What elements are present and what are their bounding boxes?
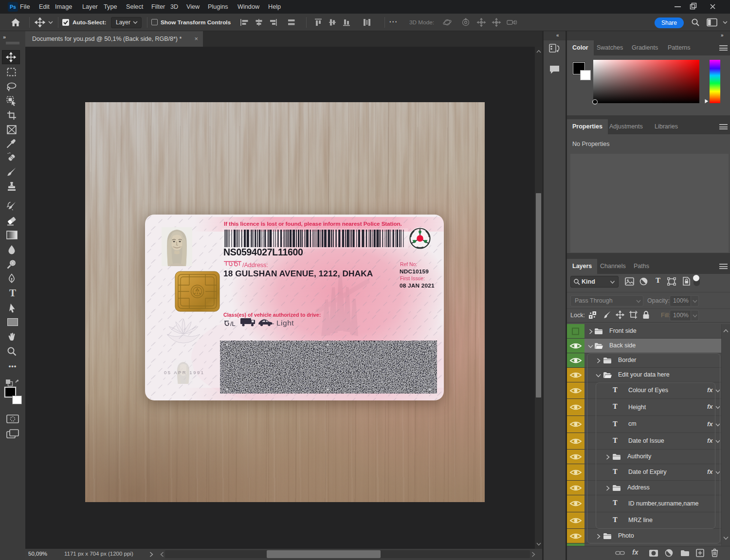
svg-text:If this licence is lost or fou: If this licence is lost or found, please… bbox=[224, 220, 402, 227]
svg-text:Ref No:: Ref No: bbox=[400, 262, 417, 267]
svg-text:/Address:: /Address: bbox=[242, 262, 268, 269]
svg-text:08 JAN 2021: 08 JAN 2021 bbox=[400, 282, 435, 289]
svg-text:First Issue:: First Issue: bbox=[400, 276, 425, 281]
svg-text:Class(es) of vehicle authorize: Class(es) of vehicle authorized to drive… bbox=[223, 312, 321, 318]
svg-text:18 GULSHAN AVENUE, 1212, DHAKA: 18 GULSHAN AVENUE, 1212, DHAKA bbox=[223, 269, 373, 278]
svg-text:NS0594027L11600: NS0594027L11600 bbox=[223, 247, 303, 257]
svg-text:NDC10159: NDC10159 bbox=[400, 268, 429, 275]
svg-text:/L: /L bbox=[230, 320, 236, 327]
svg-text:05 APR 1991: 05 APR 1991 bbox=[164, 370, 205, 375]
svg-text:Light: Light bbox=[276, 319, 294, 327]
